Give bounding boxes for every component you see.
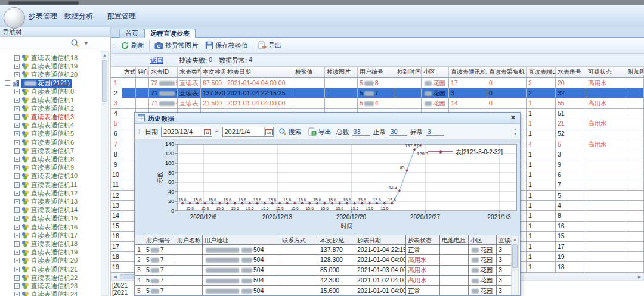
tree-item[interactable]: +直读表通信机11 [0,180,77,189]
column-header[interactable]: 用户编号 [144,235,175,245]
tree-expand-icon[interactable]: + [14,275,20,281]
column-header[interactable]: 直读表端口 [527,67,556,78]
dialog-titlebar[interactable]: 历史数据 ✕ [135,113,520,124]
date-from-value[interactable]: 2020/12/4 [162,128,203,135]
date-to-input[interactable]: 2021/1/4 15 [222,127,274,137]
column-header[interactable]: 抄读图片 [325,67,358,78]
scroll-up-icon[interactable]: ▲ [512,236,518,243]
tree-item[interactable]: +直读表通信机6 [0,138,74,147]
tree-item[interactable]: +直读表通信机19 [0,248,78,257]
tree-item[interactable]: +直读表通信机23 [0,282,78,290]
column-header[interactable] [135,235,144,245]
tree-item[interactable]: +直读表通信机8 [0,155,74,163]
save-check-values-button[interactable]: 保存校验值 [202,39,252,52]
tree-expand-icon[interactable]: + [14,157,20,162]
tree-item[interactable]: +直读表通信机22 [0,273,78,282]
column-header[interactable]: 直读表采集机 [487,67,527,78]
tree-expand-icon[interactable]: + [14,199,20,204]
fail-count-link[interactable]: 0 [209,56,212,63]
tree-item[interactable]: +直读表通信机3 [0,113,74,121]
tree-expand-icon[interactable]: + [14,131,20,136]
abnormal-count-link[interactable]: 4 [249,56,252,63]
column-header[interactable] [111,67,122,78]
history-row[interactable]: 257504128.3002021-01-04 04:00:00高用水花园3 [135,255,521,265]
close-icon[interactable]: ✕ [510,114,516,121]
sidebar-scrollbar[interactable]: ▲ [101,51,109,296]
column-header[interactable]: 附加图片 [626,67,644,78]
tree-item[interactable]: +直读表通信机21 [0,265,78,273]
tree-item[interactable]: +直读表通信机4 [0,121,74,130]
abnormal-value[interactable]: 3 [426,128,444,136]
tree-item[interactable]: +直读表通信机20 [0,70,78,79]
history-table-scrollbar[interactable]: ▲ [511,235,519,295]
column-header[interactable]: 用户名称 [175,235,203,245]
export-button[interactable]: 导出 [255,39,285,52]
column-header[interactable]: 小区 [469,235,497,245]
tree-item[interactable]: +直读表通信机0 [0,88,74,96]
tree-expand-icon[interactable]: + [14,114,20,120]
history-row[interactable]: 157504137.8702021-01-04 22:15:25正常花园3 [135,245,521,255]
tree-expand-icon[interactable]: + [14,292,20,296]
tree-item[interactable]: −花园(2121) [0,79,72,88]
refresh-button[interactable]: 刷新 [117,39,148,52]
tree-expand-icon[interactable]: + [14,225,20,230]
column-header[interactable]: 电池电压 [440,235,469,245]
tree-item[interactable]: +直读表通信机13 [0,197,78,205]
scroll-right-icon[interactable]: ▶ [636,273,643,280]
history-row[interactable]: 55750415.6002021-01-01 04:00:00正常花园3 [135,286,521,296]
tree-expand-icon[interactable]: + [14,207,20,213]
column-header[interactable]: 直读表编号 [497,235,512,245]
column-header[interactable]: 可疑状态 [586,67,626,78]
tree-expand-icon[interactable]: + [14,89,20,94]
tree-expand-icon[interactable]: + [14,148,20,154]
scrollbar-thumb[interactable] [512,244,518,268]
column-header[interactable]: 钢印号 [136,67,149,78]
tree-item[interactable]: +直读表通信机10 [0,172,78,180]
table-row[interactable]: 3714直读表21.5002021-01-04 04:00:0054花园1401… [111,98,644,108]
tree-item[interactable]: +直读表通信机24 [0,291,78,296]
history-row[interactable]: 35750485.0002021-01-03 04:00:00高用水花园3 [135,266,521,276]
tree-expand-icon[interactable]: + [14,140,20,145]
export-button[interactable]: X 导出 [306,127,333,136]
calendar-icon[interactable]: 15 [264,127,273,136]
tree-item[interactable]: +直读表通信机19 [0,62,78,70]
table-row[interactable]: 2719直读表137.8702021-01-04 22:15:2557花园302… [111,88,644,98]
tab-home[interactable]: 首页 [119,29,144,38]
tree-expand-icon[interactable]: + [14,55,20,61]
scrollbar-thumb[interactable] [102,60,107,102]
column-header[interactable]: 用户地址 [203,235,280,245]
tree-item[interactable]: +直读表通信机15 [0,214,78,223]
app-orb-button[interactable] [4,7,25,29]
tree-item[interactable]: +直读表通信机5 [0,130,74,138]
column-header[interactable]: 小区 [422,67,449,78]
tree-expand-icon[interactable]: + [14,241,20,247]
tree-item[interactable]: +直读表通信机18 [0,54,78,62]
date-from-input[interactable]: 2020/12/4 15 [161,127,212,137]
column-header[interactable]: 抄到时间 [395,67,422,78]
column-header[interactable]: 水表类型 [178,67,201,78]
capture-abnormal-photo-button[interactable]: 抄异常图片 [151,39,202,52]
column-header[interactable]: 抄表日期 [225,67,293,78]
tree-expand-icon[interactable]: + [14,72,20,77]
column-header[interactable]: 本次抄见 [318,235,355,245]
tree-expand-icon[interactable]: + [14,98,20,103]
tree-expand-icon[interactable]: + [14,191,20,196]
column-header[interactable]: 方式 [122,67,136,78]
tree-expand-icon[interactable]: + [14,123,20,128]
tree-expand-icon[interactable]: + [14,216,20,221]
normal-value[interactable]: 30 [389,128,407,136]
toolbar-spinner[interactable]: ▲▼ [512,127,518,138]
tree-expand-icon[interactable]: + [14,283,20,289]
tree-expand-icon[interactable]: + [14,165,20,170]
calendar-icon[interactable]: 15 [203,127,212,136]
column-header[interactable]: 本次抄见 [201,67,225,78]
tree-item[interactable]: +直读表通信机16 [0,223,78,231]
date-to-value[interactable]: 2021/1/4 [223,128,264,135]
tree-expand-icon[interactable]: + [14,106,20,111]
tree-expand-icon[interactable]: + [14,233,20,238]
column-header[interactable]: 直读表通讯机 [449,67,487,78]
tree-expand-icon[interactable]: − [5,80,10,86]
tree-expand-icon[interactable]: + [14,250,20,255]
column-header[interactable]: 水表序号 [556,67,586,78]
tree-item[interactable]: +直读表通信机18 [0,239,78,248]
